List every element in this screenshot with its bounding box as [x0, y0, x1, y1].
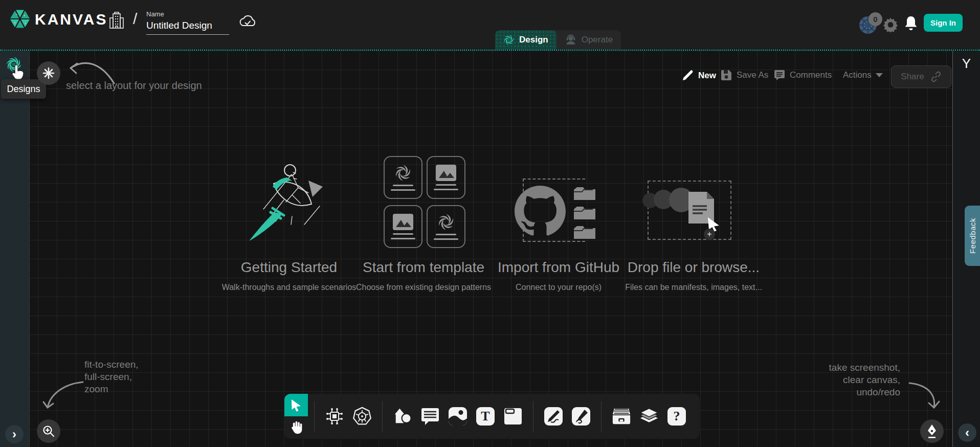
zoom-hints-text: fit-to-screen, full-screen, zoom [84, 359, 139, 395]
card-title: Start from template [347, 259, 500, 276]
mode-tabbar: Design Operate [495, 30, 621, 50]
tab-operate-label: Operate [582, 35, 613, 45]
card-subtitle: Files can be manifests, images, text... [617, 283, 770, 292]
pointer-tool-group [284, 394, 308, 439]
feedback-tab[interactable]: Feedback [965, 206, 980, 266]
layers-tool-button[interactable] [639, 407, 659, 426]
screenshot-hint-arrow [905, 378, 942, 414]
magnifier-plus-icon [42, 424, 55, 438]
card-drop-file[interactable]: + Drop file or browse... Files can be ma… [617, 163, 770, 292]
share-label: Share [901, 72, 924, 82]
card-title: Drop file or browse... [617, 259, 770, 276]
link-icon [930, 71, 942, 82]
toolbar-divider [601, 401, 602, 432]
organization-icon[interactable] [108, 12, 125, 29]
shapes-tool-button[interactable] [393, 407, 412, 426]
hand-icon [290, 421, 302, 434]
github-illustration [482, 163, 635, 248]
layout-select-button[interactable] [37, 61, 60, 85]
toolbar-divider [314, 401, 315, 432]
repo-folders-icon [573, 185, 596, 241]
actions-label: Actions [843, 70, 872, 80]
note-tool-button[interactable] [503, 407, 523, 426]
design-name-input[interactable] [146, 19, 229, 35]
text-tool-glyph: T [481, 409, 489, 424]
image-tool-button[interactable] [448, 407, 467, 426]
tab-design[interactable]: Design [495, 30, 556, 50]
operate-headset-icon [565, 34, 577, 46]
card-import-from-github[interactable]: Import from GitHub Connect to your repo(… [482, 163, 635, 292]
toolbar-divider [533, 401, 533, 432]
bottom-toolbar: T [284, 394, 700, 439]
save-as-button[interactable]: Save As [720, 69, 768, 81]
expand-left-panel-button[interactable]: › [5, 425, 24, 443]
template-tile-image [427, 156, 465, 199]
new-button[interactable]: New [681, 69, 716, 82]
zoom-hint-arrow [42, 378, 88, 415]
notification-count-badge: 0 [868, 12, 882, 26]
card-getting-started[interactable]: Getting Started Walk-throughs and sample… [212, 163, 366, 292]
pen-actions-button[interactable] [920, 419, 944, 443]
comment-tool-button[interactable] [420, 407, 440, 426]
pen-tool-button[interactable] [544, 407, 563, 426]
help-tool-button[interactable]: ? [667, 407, 686, 426]
pointer-hand-cursor-icon [11, 64, 26, 81]
collapse-right-panel-button[interactable]: ‹ [958, 423, 976, 442]
template-tile-design [427, 205, 465, 248]
rocket-illustration [212, 163, 366, 248]
card-title: Import from GitHub [482, 259, 635, 276]
app-header: KANVAS / Name [0, 0, 980, 50]
template-tile-design [384, 156, 422, 199]
select-tool-button[interactable] [284, 394, 308, 416]
comments-button[interactable]: Comments [773, 69, 832, 81]
card-subtitle: Walk-throughs and sample scenarios [212, 283, 366, 292]
actions-dropdown[interactable]: Actions [843, 70, 883, 80]
comment-icon [773, 69, 786, 81]
kanvas-logo-icon[interactable] [8, 7, 32, 31]
save-as-label: Save As [737, 70, 768, 80]
help-glyph: ? [674, 409, 680, 424]
sign-in-button[interactable]: Sign In [924, 14, 963, 32]
designs-tooltip: Designs [1, 79, 46, 99]
name-field-label: Name [146, 10, 164, 18]
toolbar-divider [382, 401, 383, 432]
freehand-tool-button[interactable] [571, 407, 591, 426]
new-label: New [698, 71, 716, 81]
drop-file-illustration: + [617, 163, 770, 248]
cursor-icon [290, 398, 302, 412]
github-octocat-icon [515, 186, 566, 237]
design-canvas[interactable]: Designs select a layout for your design … [0, 50, 980, 447]
card-title: Getting Started [212, 259, 366, 276]
tab-design-label: Design [519, 35, 548, 45]
pen-nib-icon [926, 424, 938, 438]
notifications-bell-icon[interactable] [903, 15, 919, 32]
text-tool-button[interactable]: T [476, 407, 495, 426]
template-grid-illustration [347, 163, 500, 248]
card-start-from-template[interactable]: Start from template Choose from existing… [347, 163, 500, 292]
drawer-tool-button[interactable] [612, 407, 631, 426]
feedback-label: Feedback [968, 218, 977, 254]
component-tool-button[interactable] [325, 407, 344, 426]
save-icon [720, 69, 732, 81]
cloud-sync-icon[interactable] [238, 14, 257, 29]
share-button[interactable]: Share [891, 65, 951, 88]
dock-handle-icon[interactable]: Y [953, 56, 980, 72]
template-tile-image [384, 205, 422, 248]
plus-badge-icon: + [704, 229, 715, 240]
tab-operate[interactable]: Operate [556, 30, 621, 50]
comments-label: Comments [790, 70, 832, 80]
left-rail [0, 51, 30, 447]
brand-wordmark: KANVAS [35, 11, 107, 28]
card-subtitle: Choose from existing design patterns [347, 283, 500, 292]
screenshot-hints-text: take screenshot, clear canvas, undo/redo [829, 362, 900, 398]
pan-tool-button[interactable] [284, 416, 308, 439]
kubernetes-tool-button[interactable] [352, 407, 372, 426]
zoom-button[interactable] [37, 419, 60, 443]
settings-gear-icon[interactable] [883, 17, 898, 32]
layout-hint-text: select a layout for your design [66, 79, 202, 92]
design-spiral-icon [503, 34, 515, 46]
card-subtitle: Connect to your repo(s) [482, 283, 635, 292]
chevron-down-icon [876, 73, 883, 77]
breadcrumb-separator: / [133, 10, 137, 28]
pencil-icon [681, 69, 694, 82]
